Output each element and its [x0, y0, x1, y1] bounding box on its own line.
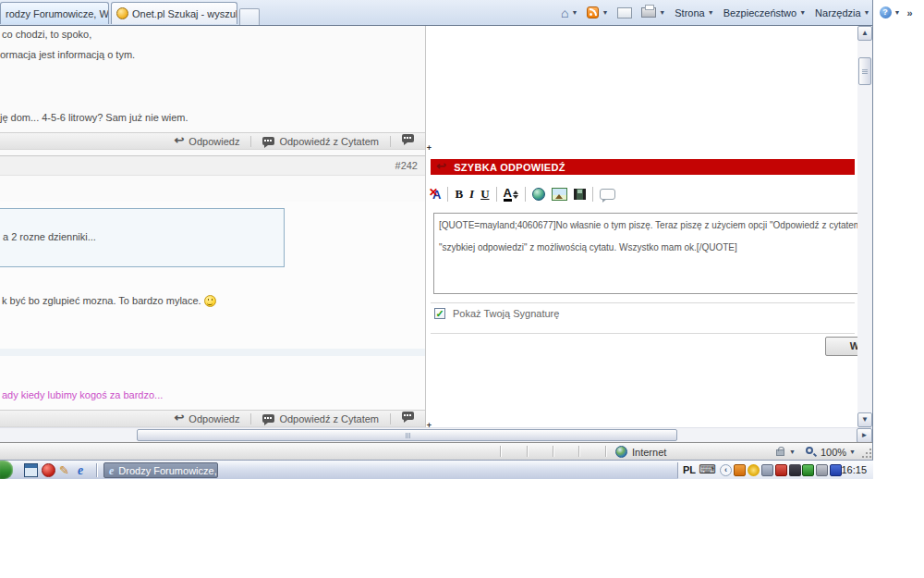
browser-tab-band: rodzy Forumowicze, Wa... ✕ Onet.pl Szuka… [0, 0, 873, 26]
post-242-text-content: k być bo zglupieć mozna. To bardzo mylac… [2, 295, 201, 306]
quoted-message-text: a 2 rozne dzienniki... [3, 231, 96, 242]
chevron-down-icon: ▼ [602, 9, 608, 16]
page-menu[interactable]: Strona ▼ [672, 6, 716, 20]
taskbar-window-button[interactable]: e Drodzy Forumowicze,... [103, 462, 218, 478]
reply-label: Odpowiedz [188, 136, 239, 147]
tools-menu[interactable]: Narzędzia ▼ [812, 6, 872, 20]
show-desktop-icon[interactable] [24, 463, 38, 477]
window-border [872, 0, 873, 479]
pointer-tray-icon[interactable] [789, 464, 801, 476]
pen-app-icon[interactable]: ✎ [59, 463, 73, 477]
reply-label: Odpowiedz [188, 413, 239, 424]
remove-formatting-button[interactable]: A ✕ [432, 189, 441, 201]
insert-quote-icon[interactable] [600, 189, 615, 200]
reply-button[interactable]: ↩ Odpowiedz [163, 411, 250, 426]
quote-bubble-icon [402, 134, 414, 142]
post-242-action-bar: ↩ Odpowiedz Odpowiedź z Cytatem + [0, 410, 425, 427]
keyboard-icon[interactable]: ⌨ [699, 462, 716, 476]
spinner-arrows-icon [513, 191, 518, 199]
page-content: co chodzi, to spoko, ormacja jest inform… [0, 26, 873, 427]
taskbar-window-title: Drodzy Forumowicze,... [118, 465, 218, 476]
chevron-down-icon[interactable]: ▼ [849, 449, 856, 455]
tab-onet[interactable]: Onet.pl Szukaj - wyszukiwark... [111, 2, 237, 24]
network-tray-icon[interactable] [830, 464, 842, 476]
resize-grip[interactable] [862, 449, 871, 458]
multi-quote-button[interactable]: + [391, 411, 425, 426]
reply-with-quote-button[interactable]: Odpowiedź z Cytatem [251, 411, 390, 426]
editor-toolbar: A ✕ B I U A [432, 183, 615, 205]
home-icon: ⌂ [561, 6, 568, 19]
underline-button[interactable]: U [480, 187, 489, 202]
signature-link[interactable]: ady kiedy lubimy kogoś za bardzo... [2, 389, 163, 400]
rss-icon [587, 6, 599, 18]
quick-reply-textarea[interactable]: [QUOTE=mayland;4060677]No własnie o tym … [433, 213, 873, 294]
display-tray-icon[interactable] [816, 464, 828, 476]
show-signature-option[interactable]: ✓ Pokaż Twoją Sygnaturę [434, 308, 559, 319]
security-menu[interactable]: Bezpieczeństwo ▼ [721, 6, 808, 20]
quote-bubble-icon [402, 412, 414, 420]
signature-checkbox[interactable]: ✓ [434, 308, 445, 319]
quicklaunch-app-icon[interactable] [42, 463, 55, 477]
post-241-action-bar: ↩ Odpowiedz Odpowiedź z Cytatem + [0, 132, 425, 150]
plus-icon: + [427, 421, 432, 427]
print-button[interactable]: ▼ [638, 6, 668, 19]
font-color-button[interactable]: A [504, 187, 518, 202]
volume-tray-icon[interactable] [761, 464, 773, 476]
chevron-down-icon[interactable]: ▼ [789, 449, 796, 455]
start-button-edge[interactable] [0, 461, 13, 479]
signature-checkbox-label: Pokaż Twoją Sygnaturę [453, 308, 559, 319]
italic-button[interactable]: I [469, 187, 474, 202]
settings-tray-icon[interactable] [748, 464, 760, 476]
separator [605, 446, 606, 457]
zoom-level-label[interactable]: 100% [821, 447, 846, 458]
power-tray-icon[interactable] [734, 464, 746, 476]
horizontal-scrollbar[interactable]: ► [0, 427, 873, 442]
security-menu-label: Bezpieczeństwo [723, 7, 797, 18]
separator [553, 446, 553, 457]
language-indicator[interactable]: PL [683, 464, 696, 475]
tray-collapse-button[interactable]: ‹ [720, 464, 732, 476]
taskbar-clock[interactable]: 16:15 [841, 464, 867, 475]
new-tab-stub[interactable] [239, 8, 260, 25]
bold-button[interactable]: B [455, 187, 463, 202]
horizontal-scroll-thumb[interactable] [137, 429, 677, 441]
insert-video-icon[interactable] [574, 189, 586, 200]
internet-zone-icon [615, 446, 627, 458]
vertical-scroll-thumb[interactable] [858, 57, 871, 85]
help-menu[interactable]: ? ▼ [877, 5, 904, 20]
vertical-scrollbar[interactable]: ▲ ▼ [857, 26, 872, 427]
reply-button[interactable]: ↩ Odpowiedz [163, 133, 250, 149]
tools-menu-label: Narzędzia [815, 7, 861, 18]
read-mail-button[interactable] [614, 6, 635, 20]
scroll-down-button[interactable]: ▼ [857, 412, 872, 427]
home-button[interactable]: ⌂ ▼ [558, 5, 580, 21]
multi-quote-button[interactable]: + [391, 133, 425, 149]
protected-mode-icon [776, 449, 784, 456]
insert-link-icon[interactable] [532, 188, 545, 201]
feeds-button[interactable]: ▼ [584, 5, 611, 20]
chevron-down-icon: ▼ [708, 9, 714, 16]
quoted-message-box: a 2 rozne dzienniki... [0, 208, 285, 267]
mail-icon [617, 7, 632, 18]
scroll-right-button[interactable]: ► [857, 428, 872, 443]
separator [578, 446, 579, 457]
scroll-up-button[interactable]: ▲ [857, 26, 872, 41]
quote-bubble-icon [262, 414, 274, 423]
tab-forum[interactable]: rodzy Forumowicze, Wa... ✕ [0, 2, 109, 24]
messaging-tray-icon[interactable] [775, 464, 787, 476]
signature-separator [0, 349, 425, 356]
separator [447, 187, 448, 202]
insert-image-icon[interactable] [552, 188, 567, 201]
remove-formatting-x-icon: ✕ [429, 187, 438, 198]
printer-icon [641, 7, 656, 18]
reply-with-quote-button[interactable]: Odpowiedź z Cytatem [251, 133, 390, 149]
internet-explorer-icon[interactable]: e [78, 463, 91, 477]
toolbar-overflow-chevron[interactable]: » [906, 7, 912, 18]
help-icon: ? [880, 6, 892, 18]
app-tray-icon[interactable] [802, 464, 814, 476]
quick-reply-title: SZYBKA ODPOWIEDŹ [454, 162, 565, 173]
chevron-down-icon: ▼ [799, 9, 806, 16]
separator [592, 187, 593, 202]
quick-reply-header: ↩ SZYBKA ODPOWIEDŹ [431, 159, 855, 175]
chevron-down-icon: ▼ [659, 9, 665, 16]
